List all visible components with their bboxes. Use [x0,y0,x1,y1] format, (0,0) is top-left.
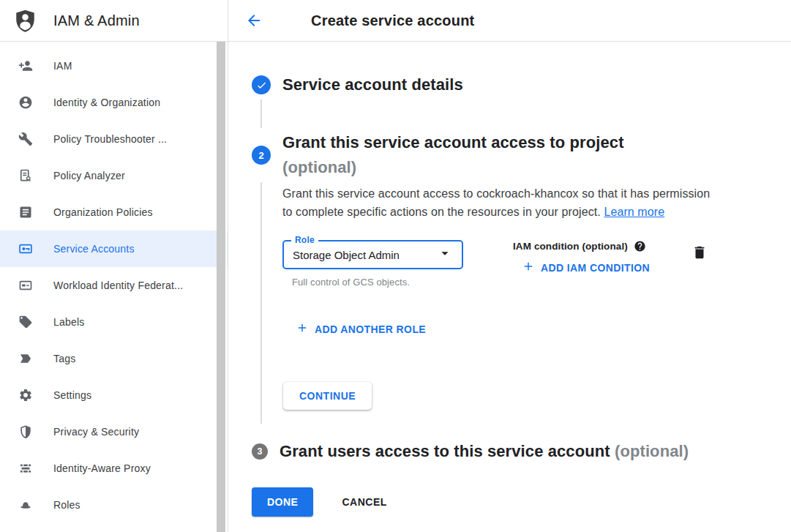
role-selected-value: Storage Object Admin [293,249,437,261]
add-icon [522,260,535,275]
sidebar-item-label: Privacy & Security [53,426,139,438]
role-select[interactable]: Role Storage Object Admin [282,240,463,269]
label-tag-icon [18,315,33,329]
delete-role-icon[interactable] [691,244,708,262]
sidebar-item-policy-analyzer[interactable]: Policy Analyzer [0,157,228,194]
step-3-title: Grant users access to this service accou… [280,439,689,464]
step-2-title: Grant this service account access to pro… [282,130,624,180]
create-service-account-form: Service account details 2 Grant this ser… [228,42,791,532]
sidebar-item-organization-policies[interactable]: Organization Policies [0,194,228,231]
role-row: Role Storage Object Admin Full control o… [282,240,708,288]
main-panel: Create service account Service account d… [228,0,791,532]
page-title: Create service account [311,12,474,29]
form-actions: DONE CANCEL [252,487,773,517]
help-icon[interactable] [634,240,646,252]
step-connector-2 [252,180,271,426]
sidebar-scrollbar [217,42,227,532]
step-connector-1 [252,97,773,130]
step-1-completed-check-icon [252,75,271,94]
iam-condition-label: IAM condition (optional) [513,241,628,252]
step-2-number-badge: 2 [252,146,271,165]
sidebar-nav: IAM Identity & Organization Policy Troub… [0,42,228,523]
service-account-icon [18,241,33,256]
step-1-title: Service account details [282,72,463,97]
add-icon [296,321,309,337]
step-3-number-badge: 3 [252,443,268,460]
step-3-header: 3 Grant users access to this service acc… [252,439,773,464]
sidebar-title: IAM & Admin [53,12,140,29]
sidebar-item-label: Labels [53,316,84,328]
sidebar-item-tags[interactable]: Tags [0,340,228,377]
sidebar-item-label: Settings [53,389,91,401]
sidebar-item-label: Identity & Organization [53,97,160,108]
cancel-button[interactable]: CANCEL [336,489,392,515]
tag-arrow-icon [18,351,33,366]
role-field-label: Role [291,235,318,245]
step-3-optional-label: (optional) [615,442,689,460]
step-2-description: Grant this service account access to coc… [282,184,716,221]
sidebar-item-label: Tags [53,353,75,364]
sidebar-header: IAM & Admin [0,0,228,42]
iap-icon [18,461,33,476]
hat-icon [18,498,33,512]
sidebar-item-label: Identity-Aware Proxy [53,462,151,474]
main-header: Create service account [228,0,791,42]
sidebar-item-identity-aware-proxy[interactable]: Identity-Aware Proxy [0,450,228,487]
step-2-optional-label: (optional) [282,158,356,176]
sidebar-item-service-accounts[interactable]: Service Accounts [0,231,228,267]
sidebar-item-workload-identity-federation[interactable]: Workload Identity Federat... [0,267,228,304]
sidebar-item-label: Policy Analyzer [53,170,125,181]
add-another-role-button[interactable]: ADD ANOTHER ROLE [290,317,432,341]
sidebar-item-iam[interactable]: IAM [0,48,228,84]
sidebar-item-policy-troubleshooter[interactable]: Policy Troubleshooter ... [0,121,228,157]
step-2-header: 2 Grant this service account access to p… [252,130,773,180]
app-window: IAM & Admin IAM Identity & Organization … [0,0,791,532]
step-1-header: Service account details [252,72,773,97]
role-field-group: Role Storage Object Admin Full control o… [282,240,463,288]
sidebar-item-label: Organization Policies [53,206,153,218]
sidebar-item-label: Roles [53,499,80,511]
sidebar-item-identity-organization[interactable]: Identity & Organization [0,84,228,121]
sidebar-scrollbar-thumb[interactable] [217,42,225,532]
gear-icon [18,388,33,402]
sidebar-item-label: Workload Identity Federat... [53,280,183,291]
dropdown-arrow-icon [437,245,453,264]
sidebar-item-labels[interactable]: Labels [0,304,228,340]
document-lines-icon [18,205,33,220]
sidebar-item-label: IAM [53,60,72,72]
sidebar-item-privacy-security[interactable]: Privacy & Security [0,413,228,450]
shield-half-icon [18,424,33,439]
person-add-icon [18,59,33,73]
role-helper-text: Full control of GCS objects. [282,277,463,288]
shield-person-icon [12,7,38,34]
step-2-section: Grant this service account access to coc… [252,180,773,426]
learn-more-link[interactable]: Learn more [604,206,664,218]
sidebar-item-label: Policy Troubleshooter ... [53,133,167,145]
policy-analyzer-icon [18,168,33,183]
sidebar-item-settings[interactable]: Settings [0,377,228,413]
sidebar: IAM & Admin IAM Identity & Organization … [0,0,228,532]
identity-card-icon [18,278,33,293]
back-arrow-icon[interactable] [245,12,263,29]
iam-condition-block: IAM condition (optional) ADD IAM CONDITI… [513,240,656,280]
add-iam-condition-button[interactable]: ADD IAM CONDITION [516,255,656,280]
sidebar-item-label: Service Accounts [53,243,135,255]
done-button[interactable]: DONE [252,487,313,517]
sidebar-item-roles[interactable]: Roles [0,487,228,523]
continue-button[interactable]: CONTINUE [283,382,372,410]
wrench-icon [18,132,33,146]
account-circle-icon [18,95,33,110]
